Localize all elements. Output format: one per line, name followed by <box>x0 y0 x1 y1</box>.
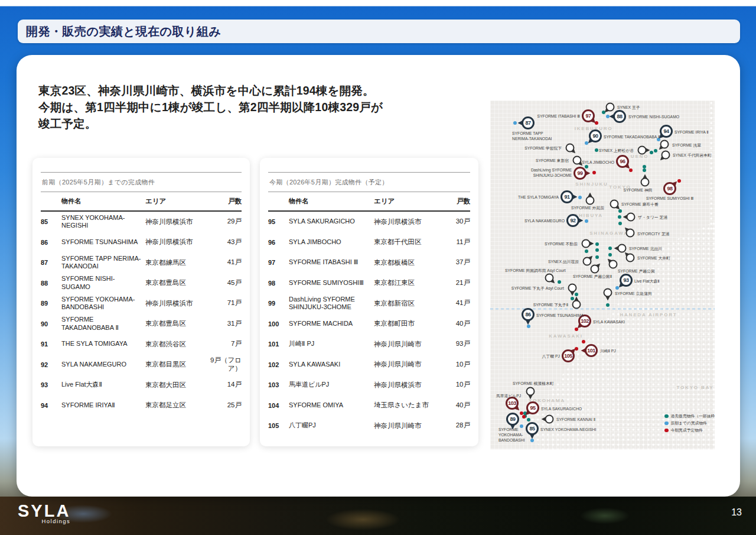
map-dot-past <box>575 293 578 296</box>
map-dot-past <box>585 165 588 168</box>
legend-label: 今期完成予定物件 <box>671 427 703 433</box>
region-label: SHINJUKU <box>575 181 608 187</box>
row-name: SYFORME TAPP NERIMA-TAKANODAI <box>61 255 142 271</box>
region-label: SHINAGAWA <box>589 231 628 236</box>
map-dot-plan <box>629 168 633 172</box>
map-pin-label: SYFORME TSUNASHIMA <box>536 313 584 318</box>
row-name: SYFORME TAKADANOBABA Ⅱ <box>61 316 142 332</box>
table-row: 96SYLA JIMBOCHO東京都千代田区11戸 <box>268 232 470 253</box>
row-units: 10戸 <box>437 381 470 389</box>
table-row: 105八丁畷PJ神奈川県川崎市28戸 <box>268 416 470 436</box>
map-dot-past <box>650 151 653 154</box>
row-units: 45戸 <box>208 279 242 287</box>
map-pin-label: SYFORME 不動前 <box>545 241 578 247</box>
table-row: 93Live Flat大森Ⅱ東京都大田区14戸 <box>41 375 242 395</box>
row-area: 神奈川県横浜市 <box>374 381 434 390</box>
map-dot-past <box>608 253 612 257</box>
map-pin-label: SYNEX 千代田岩本町 <box>673 153 712 158</box>
row-no: 101 <box>268 341 286 348</box>
table-row: 87SYFORME TAPP NERIMA-TAKANODAI東京都練馬区41戸 <box>41 252 242 273</box>
map-pin-label: SYLA KAWASAKI <box>593 319 625 325</box>
property-map: 過去販売物件（一部抜粋）前期までの完成物件今期完成予定物件 IKEBUKUROU… <box>490 100 715 449</box>
table-row: 102SYLA KAWASAKI神奈川県川崎市10戸 <box>268 355 470 375</box>
region-label: KAWASAKI <box>549 333 583 339</box>
map-pin-label: SYFORME SUMIYOSHI Ⅲ <box>646 196 693 201</box>
table-row: 97SYFORME ITABASHI Ⅲ東京都板橋区37戸 <box>268 252 470 273</box>
row-name: SYLA SAKURAGICHO <box>289 218 371 226</box>
row-area: 東京都豊島区 <box>145 278 206 287</box>
map-pin-label: SYFORME 大井町 <box>637 255 670 261</box>
row-name: 川崎Ⅱ PJ <box>289 340 371 348</box>
map-dot-past <box>608 247 612 250</box>
row-area: 東京都江東区 <box>374 278 434 287</box>
legend-item: 今期完成予定物件 <box>664 427 715 434</box>
map-dot-past <box>643 168 646 172</box>
map-pin-past <box>609 260 618 269</box>
map-pin-past <box>591 265 599 274</box>
map-pin-label: 川崎Ⅱ PJ <box>600 348 616 354</box>
map-dot-past <box>606 303 610 307</box>
row-area: 東京都足立区 <box>145 401 206 410</box>
row-units: 71戸 <box>208 299 242 307</box>
slide: 開発・販売の実績と現在の取り組み 東京23区、神奈川県川崎市、横浜市を中心に累計… <box>0 0 756 535</box>
map-dot-past <box>595 148 598 152</box>
region-label: HANEDA AIRPORT <box>620 312 677 317</box>
map-pin-past <box>641 178 650 187</box>
row-area: 東京都千代田区 <box>374 238 434 247</box>
planned-properties-table: 今期（2026年5月期）完成物件（予定）物件名エリア戸数95SYLA SAKUR… <box>260 158 478 446</box>
row-no: 94 <box>41 402 58 409</box>
row-units: 41戸 <box>208 258 242 267</box>
row-area: 神奈川県横浜市 <box>145 299 206 308</box>
table-header: 物件名エリア戸数 <box>268 192 470 212</box>
map-pin-past <box>568 284 577 293</box>
map-pin-99: 99 <box>573 167 586 180</box>
lead-line-1: 東京23区、神奈川県川崎市、横浜市を中心に累計194棟を開発。 <box>38 82 383 99</box>
map-pin-past <box>545 415 554 424</box>
map-dot-past <box>618 215 621 219</box>
row-name: SYFORME YOKOHAMA-BANDOBASHI <box>61 296 142 312</box>
table-row: 86SYFORME TSUNASHIMA神奈川県横浜市43戸 <box>41 232 242 253</box>
row-area: 東京都新宿区 <box>374 299 434 308</box>
row-name: SYFORME TSUNASHIMA <box>61 238 142 247</box>
map-pin-label: SYFORME 東新宿 <box>536 158 569 163</box>
row-units: 40戸 <box>437 320 470 328</box>
row-no: 87 <box>41 259 58 266</box>
map-pin-label: SYFORME YOKOHAMA- BANDOBASHI <box>498 427 525 443</box>
row-name: DashLiving SYFORME SHINJUKU-3CHOME <box>289 296 371 312</box>
map-pin-label: SYFORME 北品川 <box>629 246 662 251</box>
map-pin-label: SYFORME 麻布十番 <box>621 202 659 207</box>
row-no: 95 <box>268 218 286 225</box>
region-label: SHIBUYA <box>575 213 603 218</box>
map-pin-label: SYFORME NISHI-SUGAMO <box>628 114 679 119</box>
map-dot-plan <box>522 415 526 419</box>
map-pin-96: 96 <box>616 155 629 168</box>
map-pin-label: SYFORME TAPP NERIMA-TAKANODAI <box>512 131 552 141</box>
map-pin-94: 94 <box>660 125 673 138</box>
row-no: 103 <box>268 381 286 388</box>
table-row: 100SYFORME MACHIDA東京都町田市40戸 <box>268 314 470 335</box>
map-dot-past <box>527 418 530 421</box>
table-caption: 今期（2026年5月期）完成物件（予定） <box>268 173 470 192</box>
map-pin-past <box>545 274 554 283</box>
map-dot-past <box>654 149 657 153</box>
map-pin-label: SYFORME 下丸子Ⅱ <box>533 302 568 307</box>
row-no: 100 <box>268 320 286 328</box>
map-pin-label: THE SYLA TOMIGAYA <box>518 194 559 200</box>
map-pin-label: SYFORME 下丸子 Asyl Court <box>511 286 564 291</box>
map-pin-label: SYFORME 戸越公園Ⅱ <box>573 274 612 279</box>
map-pin-87: 87 <box>522 116 535 129</box>
header-units: 戸数 <box>208 197 242 206</box>
lead-line-2: 今期は、第1四半期中に1棟が竣工し、第2四半期以降10棟329戸が <box>38 99 383 115</box>
map-dot-prev <box>527 325 530 328</box>
map-pin-past <box>582 239 591 248</box>
header-name: 物件名 <box>61 197 142 206</box>
page-title: 開発・販売の実績と現在の取り組み <box>26 24 221 40</box>
row-area: 神奈川県川崎市 <box>374 340 434 349</box>
map-pin-88: 88 <box>613 110 626 123</box>
map-pin-past <box>566 144 575 153</box>
row-no: 98 <box>268 280 286 287</box>
map-pin-label: 馬車道ビルPJ <box>496 393 521 398</box>
row-no: 85 <box>41 218 58 225</box>
legend-label: 過去販売物件（一部抜粋） <box>671 413 715 419</box>
map-pin-89: 89 <box>506 413 519 426</box>
